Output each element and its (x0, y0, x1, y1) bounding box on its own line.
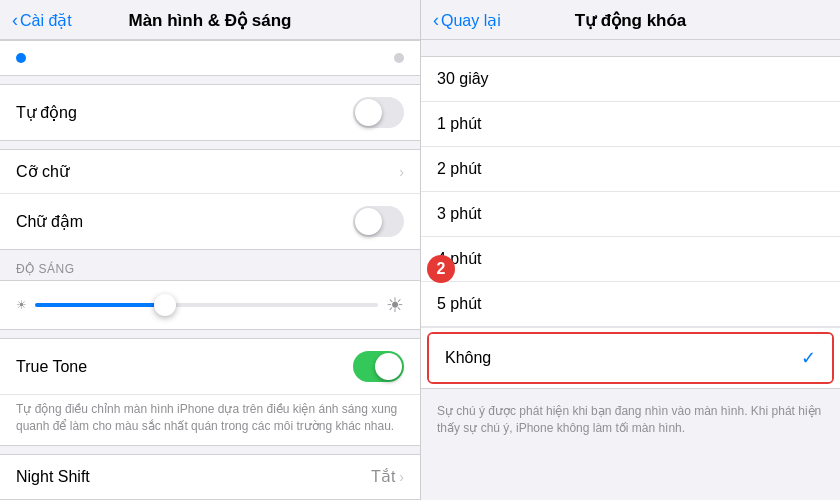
brightness-section: ☀ ☀ (0, 280, 420, 330)
auto-label: Tự động (16, 103, 353, 122)
list-label-1p: 1 phút (437, 115, 824, 133)
toggle-thumb-2 (355, 208, 382, 235)
page-title-panel2: Tự động khóa (575, 10, 687, 31)
panel-1: ‹ Cài đặt Màn hình & Độ sáng Tự động Cỡ … (0, 0, 420, 500)
night-shift-section: Night Shift Tắt › (0, 454, 420, 500)
sun-small-icon: ☀ (16, 298, 27, 312)
list-item-4p[interactable]: 4 phút (421, 237, 840, 282)
chevron-right-icon: › (399, 164, 404, 180)
dot-inactive (394, 53, 404, 63)
list-label-3p: 3 phút (437, 205, 824, 223)
slider-fill (35, 303, 165, 307)
auto-row[interactable]: Tự động (0, 85, 420, 140)
back-label-panel1: Cài đặt (20, 11, 72, 30)
night-shift-value: Tắt (371, 467, 395, 486)
brightness-slider[interactable] (35, 303, 378, 307)
checkmark-icon: ✓ (801, 347, 816, 369)
sun-large-icon: ☀ (386, 293, 404, 317)
list-item-khong[interactable]: Không ✓ (429, 334, 832, 382)
brightness-row[interactable]: ☀ ☀ (0, 281, 420, 329)
nav-bar-panel2: ‹ Quay lại Tự động khóa (421, 0, 840, 40)
top-partial (0, 40, 420, 76)
auto-lock-note: Sự chú ý được phát hiện khi bạn đang nhì… (421, 397, 840, 447)
back-button-panel1[interactable]: ‹ Cài đặt (12, 10, 72, 31)
khong-highlighted-box: Không ✓ (427, 332, 834, 384)
chevron-right-icon-2: › (399, 469, 404, 485)
chu-dam-toggle[interactable] (353, 206, 404, 237)
step-number-2: 2 (437, 260, 446, 278)
true-tone-label: True Tone (16, 358, 353, 376)
list-label-2p: 2 phút (437, 160, 824, 178)
brightness-section-label: ĐỘ SÁNG (0, 258, 420, 280)
list-item-5p[interactable]: 5 phút (421, 282, 840, 327)
true-tone-section: True Tone Tự động điều chỉnh màn hình iP… (0, 338, 420, 446)
auto-lock-list: 30 giây 1 phút 2 phút 3 phút 4 phút 5 ph… (421, 56, 840, 389)
chevron-left-icon: ‹ (12, 10, 18, 31)
true-tone-row[interactable]: True Tone (0, 339, 420, 395)
night-shift-label: Night Shift (16, 468, 371, 486)
chu-dam-row[interactable]: Chữ đậm (0, 194, 420, 249)
page-title-panel1: Màn hình & Độ sáng (129, 10, 292, 31)
panel-2: ‹ Quay lại Tự động khóa 30 giây 1 phút 2… (420, 0, 840, 500)
chu-dam-label: Chữ đậm (16, 212, 353, 231)
co-chu-row[interactable]: Cỡ chữ › (0, 150, 420, 194)
back-label-panel2: Quay lại (441, 11, 501, 30)
night-shift-row[interactable]: Night Shift Tắt › (0, 455, 420, 499)
true-tone-toggle[interactable] (353, 351, 404, 382)
slider-thumb[interactable] (154, 294, 176, 316)
toggle-thumb-3 (375, 353, 402, 380)
list-item-1p[interactable]: 1 phút (421, 102, 840, 147)
back-button-panel2[interactable]: ‹ Quay lại (433, 10, 501, 31)
co-chu-section: Cỡ chữ › Chữ đậm (0, 149, 420, 250)
chevron-left-icon-2: ‹ (433, 10, 439, 31)
true-tone-description: Tự động điều chỉnh màn hình iPhone dựa t… (0, 395, 420, 445)
co-chu-label: Cỡ chữ (16, 162, 399, 181)
list-label-30s: 30 giây (437, 70, 824, 88)
list-item-30s[interactable]: 30 giây (421, 57, 840, 102)
khong-highlighted-wrapper: Không ✓ (421, 327, 840, 384)
list-label-khong: Không (445, 349, 801, 367)
nav-bar-panel1: ‹ Cài đặt Màn hình & Độ sáng (0, 0, 420, 40)
list-label-5p: 5 phút (437, 295, 824, 313)
step-badge-2: 2 (427, 255, 455, 283)
brightness-section-wrapper: ĐỘ SÁNG ☀ ☀ (0, 258, 420, 330)
list-label-4p: 4 phút (437, 250, 824, 268)
list-item-3p[interactable]: 3 phút (421, 192, 840, 237)
dot-active (16, 53, 26, 63)
auto-section: Tự động (0, 84, 420, 141)
list-item-2p[interactable]: 2 phút (421, 147, 840, 192)
auto-toggle[interactable] (353, 97, 404, 128)
toggle-thumb (355, 99, 382, 126)
partial-row (0, 41, 420, 75)
